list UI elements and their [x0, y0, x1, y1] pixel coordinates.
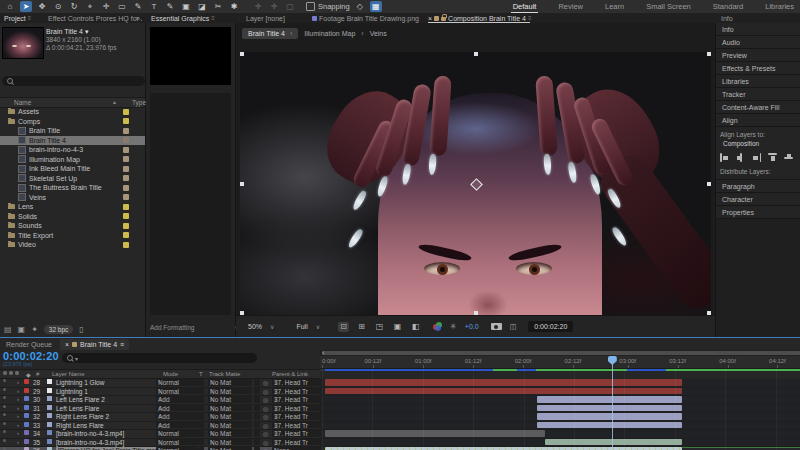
project-settings-icon[interactable]: ✦ — [31, 325, 38, 334]
selection-handle[interactable] — [240, 311, 244, 315]
panel-header-properties[interactable]: Properties — [716, 206, 800, 219]
selection-handle[interactable] — [474, 311, 478, 315]
video-toggle-icon[interactable] — [3, 396, 6, 399]
mask-toggle-icon[interactable]: ◳ — [374, 322, 385, 332]
label-swatch[interactable] — [123, 204, 129, 210]
add-formatting-label[interactable]: Add Formatting — [150, 324, 194, 331]
switch-box[interactable] — [246, 396, 252, 403]
delete-icon[interactable]: ▯ — [79, 325, 83, 334]
parent-pickwhip-icon[interactable]: ◎ — [263, 422, 268, 429]
region-of-interest-icon[interactable]: ▣ — [392, 322, 403, 332]
workspace-learn[interactable]: Learn — [603, 1, 626, 12]
workspace-small-screen[interactable]: Small Screen — [644, 1, 693, 12]
panel-header-audio[interactable]: Audio — [716, 36, 800, 49]
preserve-transparency-toggle[interactable] — [198, 430, 204, 437]
column-mode[interactable]: Mode — [163, 371, 178, 377]
time-ruler[interactable]: 0:00f00:12f01:00f01:12f02:00f02:12f03:00… — [320, 356, 800, 369]
panel-header-effects-presets[interactable]: Effects & Presets — [716, 62, 800, 75]
layer-label-swatch[interactable] — [24, 439, 29, 444]
settings-gear-icon[interactable]: ✳ — [450, 322, 457, 331]
panel-header-info[interactable]: Info — [716, 23, 800, 36]
work-area-bar[interactable] — [322, 351, 800, 355]
label-swatch[interactable] — [123, 223, 129, 229]
roto-brush-tool-icon[interactable]: ✂ — [212, 1, 224, 12]
switch-box[interactable] — [254, 422, 260, 429]
track-matte-dropdown[interactable]: No Mat∨ — [208, 396, 248, 403]
parent-link-dropdown[interactable]: 37. Head Tr∨ — [272, 405, 321, 412]
switch-box[interactable] — [246, 422, 252, 429]
layer-name[interactable]: Right Lens Flare 2 — [56, 413, 109, 420]
clone-stamp-tool-icon[interactable]: ▣ — [180, 1, 192, 12]
label-swatch[interactable] — [123, 156, 129, 162]
tab-overflow-icon[interactable]: » — [136, 13, 140, 23]
viewer-timecode[interactable]: 0:00:02:20 — [528, 321, 573, 332]
magnification-dropdown[interactable]: 50% ∨ — [248, 323, 274, 330]
selection-handle[interactable] — [240, 52, 244, 56]
track-matte-dropdown[interactable]: No Mat∨ — [208, 413, 248, 420]
project-item-comp[interactable]: Illumination Map — [0, 155, 145, 165]
view-axis-icon[interactable]: ▢ — [284, 1, 296, 12]
layer-label-swatch[interactable] — [24, 422, 29, 427]
switch-box[interactable] — [254, 439, 260, 446]
preserve-transparency-toggle[interactable] — [198, 439, 204, 446]
label-swatch[interactable] — [123, 166, 129, 172]
project-item-comp[interactable]: Brain Title 4 — [0, 136, 145, 146]
switch-box[interactable] — [246, 388, 252, 395]
project-search-input[interactable] — [2, 76, 145, 86]
sort-icon[interactable]: ▲ — [112, 99, 117, 105]
workspace-review[interactable]: Review — [556, 1, 585, 12]
panel-menu-icon[interactable]: ≡ — [28, 15, 32, 21]
video-toggle-icon[interactable] — [3, 430, 6, 433]
snapping-checkbox[interactable] — [306, 2, 315, 11]
mode-dropdown[interactable]: Add∨ — [156, 422, 198, 429]
layer-label-swatch[interactable] — [24, 388, 29, 393]
video-toggle-icon[interactable] — [3, 439, 6, 442]
parent-pickwhip-icon[interactable]: ◎ — [263, 396, 268, 403]
mode-dropdown[interactable]: Normal∨ — [156, 388, 198, 395]
column-type[interactable]: Type — [132, 99, 146, 106]
layer-name[interactable]: Right Lens Flare — [56, 422, 104, 429]
exposure-value[interactable]: +0.0 — [465, 323, 479, 330]
tab-footage-viewer[interactable]: Footage Brain Title Drawing.png — [312, 13, 419, 23]
mode-dropdown[interactable]: Normal∨ — [156, 379, 198, 386]
panel-header-align[interactable]: Align — [716, 114, 800, 127]
bit-depth-button[interactable]: 32 bpc — [44, 325, 74, 334]
label-swatch[interactable] — [123, 128, 129, 134]
twirl-icon[interactable]: › — [17, 388, 19, 394]
preserve-transparency-toggle[interactable] — [198, 422, 204, 429]
mode-dropdown[interactable]: Add∨ — [156, 396, 198, 403]
rotate-tool-icon[interactable]: ↻ — [68, 1, 80, 12]
video-toggle-icon[interactable] — [3, 379, 6, 382]
label-swatch[interactable] — [123, 213, 129, 219]
label-swatch[interactable] — [123, 194, 129, 200]
parent-pickwhip-icon[interactable]: ◎ — [263, 439, 268, 446]
switch-box[interactable] — [246, 413, 252, 420]
snapping-toggle[interactable]: Snapping — [306, 2, 350, 11]
choose-grid-guide-icon[interactable]: ⊡ — [338, 322, 349, 332]
parent-pickwhip-icon[interactable]: ◎ — [263, 413, 268, 420]
layer-name[interactable]: Lightning 1 Glow — [56, 379, 104, 386]
layer-label-swatch[interactable] — [24, 405, 29, 410]
project-item-folder[interactable]: Title Export — [0, 231, 145, 241]
switch-box[interactable] — [254, 413, 260, 420]
timeline-search-input[interactable]: ▾ — [62, 353, 257, 363]
breadcrumb-comp[interactable]: Illumination Map — [304, 30, 355, 37]
panel-menu-icon[interactable]: ≡ — [528, 15, 532, 21]
zoom-tool-icon[interactable]: ⊙ — [52, 1, 64, 12]
mode-dropdown[interactable]: Add∨ — [156, 413, 198, 420]
track-matte-dropdown[interactable]: No Mat∨ — [208, 439, 248, 446]
preserve-transparency-toggle[interactable] — [198, 388, 204, 395]
switch-box[interactable] — [246, 439, 252, 446]
switch-box[interactable] — [246, 405, 252, 412]
layer-label-swatch[interactable] — [24, 379, 29, 384]
selection-handle[interactable] — [240, 182, 244, 186]
brush-tool-icon[interactable]: ✎ — [164, 1, 176, 12]
tab-render-queue[interactable]: Render Queue — [6, 341, 52, 348]
column-track-matte[interactable]: Track Matte — [209, 371, 240, 377]
new-composition-icon[interactable]: ▣ — [18, 325, 26, 334]
preserve-transparency-toggle[interactable] — [198, 379, 204, 386]
track-matte-dropdown[interactable]: No Mat∨ — [208, 405, 248, 412]
project-item-folder[interactable]: Solids — [0, 212, 145, 222]
panel-menu-icon[interactable]: ≡ — [211, 15, 215, 21]
label-swatch[interactable] — [123, 232, 129, 238]
